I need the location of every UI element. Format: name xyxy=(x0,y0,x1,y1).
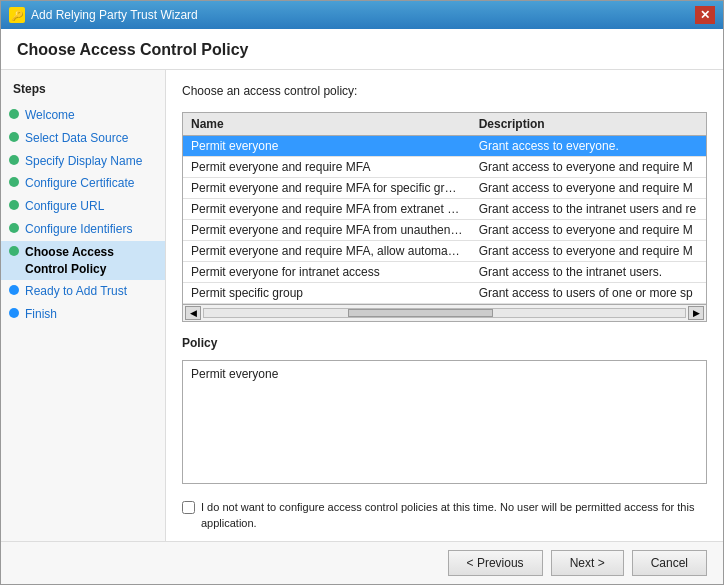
table-row[interactable]: Permit everyone and require MFA from una… xyxy=(183,220,706,241)
sidebar-item-select-data-source[interactable]: Select Data Source xyxy=(1,127,165,150)
scroll-thumb xyxy=(348,309,492,317)
scroll-right-btn[interactable]: ▶ xyxy=(688,306,704,320)
title-bar: 🔑 Add Relying Party Trust Wizard ✕ xyxy=(1,1,723,29)
page-title-bar: Choose Access Control Policy xyxy=(1,29,723,70)
policy-section-label: Policy xyxy=(182,336,707,350)
content-area: Steps Welcome Select Data Source Specify… xyxy=(1,70,723,541)
cell-description: Grant access to the intranet users. xyxy=(471,262,706,283)
col-header-description: Description xyxy=(471,113,706,136)
sidebar-label-select-data-source: Select Data Source xyxy=(25,130,128,147)
policy-table: Name Description Permit everyoneGrant ac… xyxy=(183,113,706,304)
table-row[interactable]: Permit everyoneGrant access to everyone. xyxy=(183,136,706,157)
horizontal-scrollbar[interactable]: ◀ ▶ xyxy=(183,304,706,321)
col-header-name: Name xyxy=(183,113,471,136)
cell-name: Permit everyone xyxy=(183,136,471,157)
main-content: Choose an access control policy: Name De… xyxy=(166,70,723,541)
sidebar-label-configure-identifiers: Configure Identifiers xyxy=(25,221,132,238)
close-button[interactable]: ✕ xyxy=(695,6,715,24)
checkbox-row: I do not want to configure access contro… xyxy=(182,500,707,531)
cell-description: Grant access to everyone and require M xyxy=(471,220,706,241)
sidebar-label-finish: Finish xyxy=(25,306,57,323)
policy-box: Permit everyone xyxy=(182,360,707,484)
table-row[interactable]: Permit everyone for intranet accessGrant… xyxy=(183,262,706,283)
sidebar-item-ready-to-add-trust[interactable]: Ready to Add Trust xyxy=(1,280,165,303)
window-icon: 🔑 xyxy=(9,7,25,23)
sidebar-heading: Steps xyxy=(1,82,165,104)
sidebar-item-configure-identifiers[interactable]: Configure Identifiers xyxy=(1,218,165,241)
table-row[interactable]: Permit everyone and require MFA, allow a… xyxy=(183,241,706,262)
dot-configure-url xyxy=(9,200,19,210)
cell-name: Permit everyone and require MFA xyxy=(183,157,471,178)
sidebar-item-finish[interactable]: Finish xyxy=(1,303,165,326)
sidebar-item-configure-url[interactable]: Configure URL xyxy=(1,195,165,218)
section-label: Choose an access control policy: xyxy=(182,84,707,98)
cell-name: Permit everyone and require MFA from una… xyxy=(183,220,471,241)
title-bar-text: Add Relying Party Trust Wizard xyxy=(31,8,695,22)
sidebar-label-configure-url: Configure URL xyxy=(25,198,104,215)
table-row[interactable]: Permit everyone and require MFA for spec… xyxy=(183,178,706,199)
scroll-left-btn[interactable]: ◀ xyxy=(185,306,201,320)
cell-description: Grant access to the intranet users and r… xyxy=(471,199,706,220)
dot-configure-certificate xyxy=(9,177,19,187)
cancel-button[interactable]: Cancel xyxy=(632,550,707,576)
next-button[interactable]: Next > xyxy=(551,550,624,576)
table-row[interactable]: Permit everyone and require MFAGrant acc… xyxy=(183,157,706,178)
dot-choose-access-control-policy xyxy=(9,246,19,256)
sidebar-label-configure-certificate: Configure Certificate xyxy=(25,175,134,192)
table-row[interactable]: Permit specific groupGrant access to use… xyxy=(183,283,706,304)
cell-name: Permit everyone and require MFA from ext… xyxy=(183,199,471,220)
dot-welcome xyxy=(9,109,19,119)
cell-description: Grant access to everyone and require M xyxy=(471,178,706,199)
cell-name: Permit specific group xyxy=(183,283,471,304)
scroll-track[interactable] xyxy=(203,308,686,318)
cell-name: Permit everyone and require MFA, allow a… xyxy=(183,241,471,262)
sidebar-item-configure-certificate[interactable]: Configure Certificate xyxy=(1,172,165,195)
no-policy-label[interactable]: I do not want to configure access contro… xyxy=(201,500,707,531)
sidebar-label-ready-to-add-trust: Ready to Add Trust xyxy=(25,283,127,300)
sidebar-item-choose-access-control-policy[interactable]: Choose Access Control Policy xyxy=(1,241,165,281)
cell-description: Grant access to users of one or more sp xyxy=(471,283,706,304)
dot-configure-identifiers xyxy=(9,223,19,233)
sidebar-label-welcome: Welcome xyxy=(25,107,75,124)
bottom-bar: < Previous Next > Cancel xyxy=(1,541,723,584)
policy-table-container: Name Description Permit everyoneGrant ac… xyxy=(182,112,707,322)
dot-select-data-source xyxy=(9,132,19,142)
sidebar-item-specify-display-name[interactable]: Specify Display Name xyxy=(1,150,165,173)
dot-finish xyxy=(9,308,19,318)
cell-name: Permit everyone and require MFA for spec… xyxy=(183,178,471,199)
page-title: Choose Access Control Policy xyxy=(17,41,707,59)
dot-ready-to-add-trust xyxy=(9,285,19,295)
sidebar-item-welcome[interactable]: Welcome xyxy=(1,104,165,127)
cell-name: Permit everyone for intranet access xyxy=(183,262,471,283)
cell-description: Grant access to everyone and require M xyxy=(471,241,706,262)
table-row[interactable]: Permit everyone and require MFA from ext… xyxy=(183,199,706,220)
cell-description: Grant access to everyone. xyxy=(471,136,706,157)
no-policy-checkbox[interactable] xyxy=(182,501,195,514)
dot-specify-display-name xyxy=(9,155,19,165)
previous-button[interactable]: < Previous xyxy=(448,550,543,576)
sidebar-label-specify-display-name: Specify Display Name xyxy=(25,153,142,170)
wizard-window: 🔑 Add Relying Party Trust Wizard ✕ Choos… xyxy=(0,0,724,585)
sidebar: Steps Welcome Select Data Source Specify… xyxy=(1,70,166,541)
cell-description: Grant access to everyone and require M xyxy=(471,157,706,178)
sidebar-label-choose-access-control-policy: Choose Access Control Policy xyxy=(25,244,155,278)
